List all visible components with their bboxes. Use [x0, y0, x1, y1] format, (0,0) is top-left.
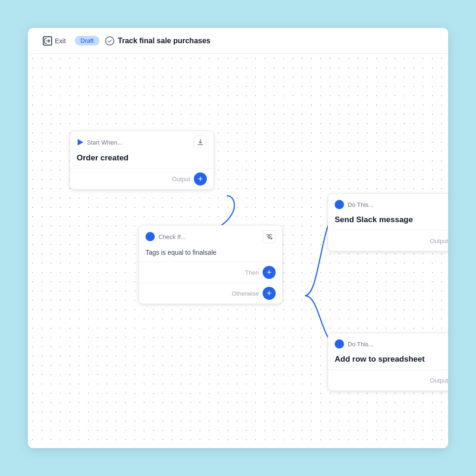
do-this-slack-node[interactable]: Do This... Send Slack message Output +	[328, 193, 448, 251]
do-this-sheets-node[interactable]: Do This... Add row to spreadsheet	[328, 333, 448, 391]
start-output-label: Output	[172, 176, 190, 183]
check-condition: Tags is equal to finalsale	[139, 247, 282, 262]
sheets-node-label: Do This...	[348, 341, 373, 348]
slack-node-label: Do This...	[348, 201, 373, 208]
download-icon[interactable]	[194, 136, 207, 149]
start-node-header: Start When...	[70, 131, 213, 152]
exit-button[interactable]: Exit	[39, 34, 69, 47]
sheets-output-label: Output	[430, 377, 448, 384]
header: Exit Draft Track final sale purchases	[28, 28, 448, 54]
draft-badge[interactable]: Draft	[75, 36, 99, 46]
check-node-header-left: Check If...	[145, 232, 186, 241]
sheets-node-header: Do This...	[328, 333, 448, 354]
start-node-label: Start When...	[87, 139, 122, 146]
check-node-label: Check If...	[159, 233, 186, 240]
then-row: Then +	[139, 262, 282, 283]
then-label: Then	[245, 269, 259, 276]
header-title: Track final sale purchases	[105, 36, 211, 46]
check-circle-icon	[105, 36, 114, 46]
slack-connector-dot	[335, 200, 344, 209]
then-add-button[interactable]: +	[263, 266, 276, 279]
workflow-title: Track final sale purchases	[118, 37, 211, 45]
sheets-node-header-left: Do This...	[335, 339, 373, 349]
slack-node-header: Do This...	[328, 194, 448, 214]
filter-icon[interactable]	[263, 230, 276, 243]
slack-node-footer: Output +	[328, 230, 448, 251]
start-node-header-left: Start When...	[77, 139, 122, 146]
check-if-node[interactable]: Check If... Tags is equal to finalsale T…	[139, 225, 283, 304]
slack-node-header-left: Do This...	[335, 200, 373, 209]
otherwise-row: Otherwise +	[139, 283, 282, 304]
exit-label: Exit	[55, 37, 66, 45]
start-node-footer: Output +	[70, 168, 213, 189]
start-node-title: Order created	[70, 152, 213, 168]
svg-point-1	[268, 236, 270, 238]
otherwise-label: Otherwise	[231, 290, 259, 297]
sheets-node-title: Add row to spreadsheet	[328, 354, 448, 370]
sheets-node-footer: Output +	[328, 370, 448, 390]
slack-node-title: Send Slack message	[328, 214, 448, 230]
sheets-connector-dot	[335, 339, 344, 349]
check-connector-dot	[145, 232, 155, 241]
check-node-header: Check If...	[139, 225, 282, 247]
exit-icon	[43, 36, 52, 46]
workflow-canvas: Start When... Order created Output + Che…	[28, 54, 448, 448]
app-wrapper: Exit Draft Track final sale purchases	[28, 28, 448, 448]
play-icon	[78, 139, 83, 145]
slack-output-label: Output	[430, 238, 448, 245]
svg-point-0	[271, 238, 272, 239]
start-add-button[interactable]: +	[194, 172, 207, 185]
otherwise-add-button[interactable]: +	[263, 287, 276, 300]
start-when-node[interactable]: Start When... Order created Output +	[70, 131, 214, 190]
